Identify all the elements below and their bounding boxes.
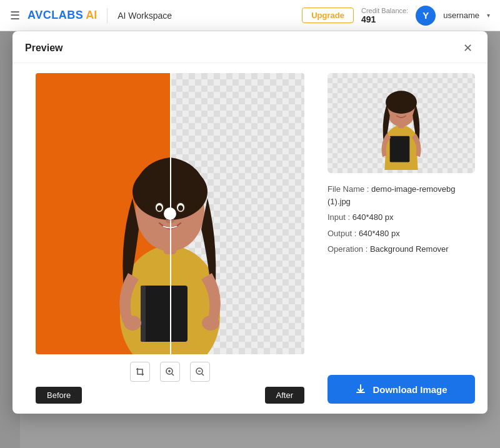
user-name: username [443, 11, 479, 20]
comparison-image [36, 73, 304, 354]
credit-label: Credit Balance: [361, 7, 408, 14]
svg-point-25 [404, 107, 408, 112]
modal-title: Preview [25, 42, 62, 54]
svg-line-17 [172, 374, 174, 376]
info-section: File Name : demo-image-removebg (1).jpg … [325, 73, 475, 404]
svg-line-20 [202, 374, 204, 376]
navbar: ☰ AVCLABS AI AI Workspace Upgrade Credit… [0, 0, 500, 31]
after-button[interactable]: After [265, 387, 304, 404]
download-button[interactable]: Download Image [328, 375, 475, 404]
file-name-row: File Name : demo-image-removebg (1).jpg [328, 183, 475, 207]
thumbnail-figure [345, 76, 458, 170]
output-label: Output : [328, 229, 356, 238]
workspace-label: AI Workspace [118, 11, 172, 21]
svg-point-13 [202, 316, 219, 331]
output-value: 640*480 px [359, 229, 400, 238]
before-after-labels: Before After [36, 387, 304, 404]
nav-divider [107, 8, 108, 23]
result-thumbnail [328, 73, 475, 173]
crop-button[interactable] [130, 362, 150, 382]
logo-text: AVCLABS [28, 9, 83, 22]
comparison-controls [130, 362, 210, 382]
operation-value: Background Remover [370, 244, 449, 254]
zoom-out-button[interactable] [190, 362, 210, 382]
file-info: File Name : demo-image-removebg (1).jpg … [328, 183, 475, 256]
split-handle[interactable] [164, 207, 176, 220]
logo: AVCLABS AI [28, 9, 97, 22]
svg-point-12 [124, 316, 141, 331]
close-button[interactable]: ✕ [461, 41, 475, 55]
zoom-in-button[interactable] [160, 362, 180, 382]
comparison-section: Before After [25, 73, 325, 404]
upgrade-button[interactable]: Upgrade [302, 7, 354, 23]
modal-header: Preview ✕ [12, 31, 488, 63]
download-label: Download Image [372, 384, 447, 395]
preview-modal: Preview ✕ [12, 31, 488, 414]
credit-info: Credit Balance: 491 [361, 7, 408, 24]
input-label: Input : [328, 212, 350, 222]
svg-point-9 [178, 206, 183, 211]
credit-value: 491 [361, 14, 376, 24]
logo-ai: AI [86, 9, 97, 22]
svg-rect-11 [141, 286, 146, 342]
input-value: 640*480 px [352, 212, 394, 222]
operation-label: Operation : [328, 244, 368, 254]
svg-point-8 [157, 206, 162, 211]
file-name-label: File Name : [328, 184, 369, 194]
operation-row: Operation : Background Remover [328, 243, 475, 256]
menu-icon[interactable]: ☰ [10, 9, 20, 22]
input-row: Input : 640*480 px [328, 211, 475, 224]
svg-point-23 [386, 91, 417, 114]
avatar[interactable]: Y [416, 6, 436, 26]
svg-point-24 [394, 107, 399, 112]
chevron-down-icon[interactable]: ▾ [487, 12, 490, 19]
before-button[interactable]: Before [36, 387, 82, 404]
output-row: Output : 640*480 px [328, 227, 475, 240]
svg-rect-10 [141, 286, 188, 342]
svg-rect-26 [390, 136, 410, 162]
modal-body: Before After [12, 63, 488, 414]
download-icon [355, 384, 366, 395]
